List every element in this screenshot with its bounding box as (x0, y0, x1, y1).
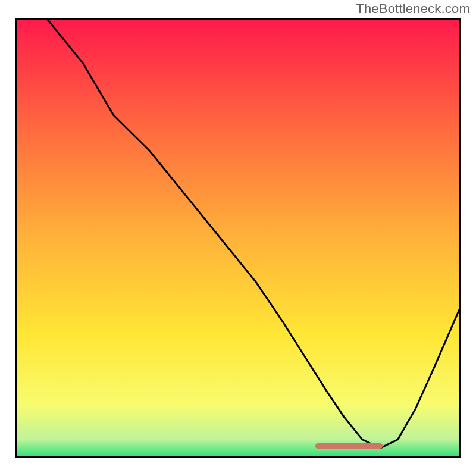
gradient-background (16, 19, 460, 457)
chart-svg (15, 18, 461, 458)
plot-area (15, 18, 461, 458)
watermark-text: TheBottleneck.com (356, 1, 470, 17)
chart-stage: TheBottleneck.com (0, 0, 476, 476)
